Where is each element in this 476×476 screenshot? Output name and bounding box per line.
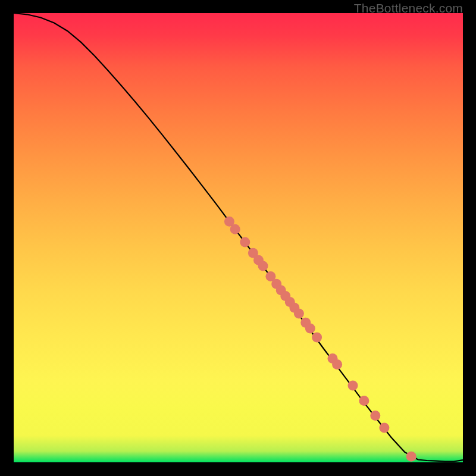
watermark-text: TheBottleneck.com (354, 1, 463, 15)
data-marker (348, 380, 358, 390)
data-marker (312, 333, 322, 343)
curve-markers (224, 217, 416, 462)
curve-line (14, 13, 463, 462)
data-marker (258, 261, 268, 271)
data-marker (379, 422, 389, 433)
data-marker (332, 359, 342, 369)
data-marker (406, 452, 416, 462)
data-marker (359, 396, 369, 406)
chart-svg (0, 0, 476, 476)
data-marker (294, 309, 304, 319)
data-marker (305, 324, 315, 334)
data-marker (370, 411, 380, 421)
data-marker (230, 224, 240, 234)
data-marker (240, 237, 250, 248)
